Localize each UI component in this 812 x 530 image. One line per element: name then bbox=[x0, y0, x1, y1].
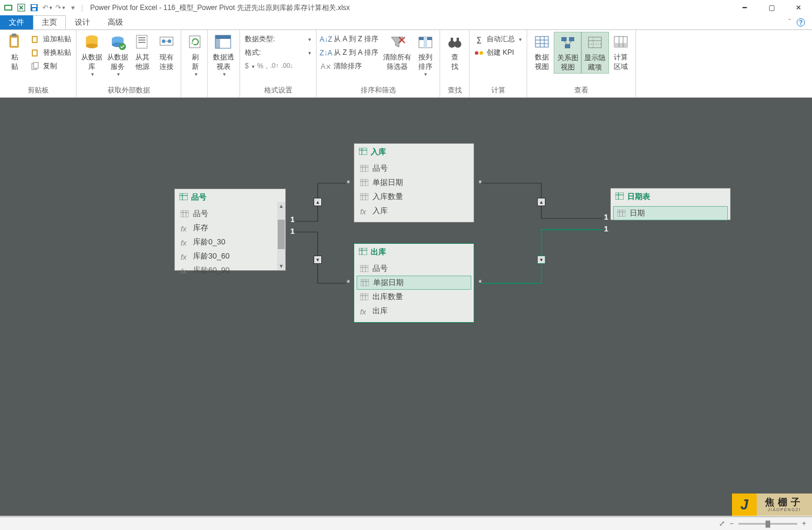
rel-one: 1 bbox=[603, 225, 610, 232]
rel-many: * bbox=[345, 279, 352, 286]
tab-home[interactable]: 主页 bbox=[33, 15, 66, 29]
brand-name-cn: 焦棚子 bbox=[765, 497, 804, 508]
field-ruku-pinhao[interactable]: 品号 bbox=[354, 161, 474, 175]
ribbon-tabs: 文件 主页 设计 高级 ˇ ? bbox=[0, 15, 812, 29]
decrease-decimal-icon[interactable]: .00↓ bbox=[281, 62, 294, 70]
field-kl030[interactable]: fx库龄0_30 bbox=[175, 235, 285, 249]
binoculars-icon bbox=[445, 33, 464, 52]
svg-rect-55 bbox=[588, 37, 601, 48]
node-scrollbar[interactable]: ▲ ▼ bbox=[277, 202, 285, 270]
group-calc-label: 计算 bbox=[472, 84, 524, 97]
table-node-ruku[interactable]: 入库 品号 单据日期 入库数量 fx入库 bbox=[354, 143, 474, 223]
group-getdata-label: 获取外部数据 bbox=[79, 84, 178, 97]
paste-append-button[interactable]: 追加粘贴 bbox=[28, 33, 74, 45]
format-dropdown[interactable]: 格式:▾ bbox=[242, 47, 314, 59]
svg-rect-14 bbox=[34, 62, 38, 68]
undo-icon[interactable]: ↶▾ bbox=[42, 3, 52, 12]
table-node-chuku[interactable]: 出库 品号 单据日期 出库数量 fx出库 bbox=[354, 243, 474, 323]
svg-rect-25 bbox=[138, 42, 145, 43]
clear-filter-icon bbox=[388, 33, 407, 52]
help-icon[interactable]: ? bbox=[797, 18, 805, 26]
scroll-up-icon[interactable]: ▲ bbox=[277, 202, 285, 210]
field-kl3060[interactable]: fx库龄30_60 bbox=[175, 249, 285, 263]
existing-conn-button[interactable]: 现有 连接 bbox=[155, 32, 178, 72]
data-type-dropdown[interactable]: 数据类型:▾ bbox=[242, 33, 314, 45]
show-hidden-button[interactable]: 显示隐 藏项 bbox=[581, 32, 609, 74]
sort-az-button[interactable]: A↓Z从 A 到 Z 排序 bbox=[319, 33, 381, 45]
pivot-table-button[interactable]: 数据透 视表⁠▾ bbox=[210, 32, 237, 80]
calc-area-button[interactable]: 计算 区域 bbox=[609, 32, 633, 72]
svg-rect-103 bbox=[617, 210, 625, 217]
kpi-icon bbox=[474, 48, 484, 58]
tab-advanced[interactable]: 高级 bbox=[99, 15, 132, 29]
copy-button[interactable]: 复制 bbox=[28, 60, 74, 72]
data-view-button[interactable]: 数据 视图 bbox=[530, 32, 554, 72]
maximize-button[interactable]: ▢ bbox=[758, 0, 785, 15]
measure-icon: fx bbox=[360, 307, 368, 314]
svg-rect-88 bbox=[360, 265, 368, 272]
tab-design[interactable]: 设计 bbox=[66, 15, 99, 29]
autosum-button[interactable]: ∑自动汇总⁠▾ bbox=[472, 33, 524, 45]
zoom-slider[interactable] bbox=[738, 523, 797, 525]
svg-rect-63 bbox=[179, 193, 188, 200]
redo-icon[interactable]: ↷▾ bbox=[55, 3, 65, 12]
clear-filter-button[interactable]: 清除所有 筛选器 bbox=[381, 32, 414, 72]
field-chuku-date[interactable]: 单据日期 bbox=[357, 276, 471, 290]
from-db-button[interactable]: 从数据 库⁠▾ bbox=[79, 32, 105, 80]
save-icon[interactable] bbox=[29, 3, 39, 12]
create-kpi-button[interactable]: 创建 KPI bbox=[472, 47, 524, 59]
field-pinhao[interactable]: 品号 bbox=[175, 207, 285, 221]
paste-replace-icon bbox=[31, 48, 40, 58]
sort-by-col-button[interactable]: 按列 排序⁠▾ bbox=[414, 32, 437, 80]
rel-arrow-icon: ▼ bbox=[314, 256, 322, 264]
refresh-button[interactable]: 刷 新⁠▾ bbox=[184, 32, 207, 80]
field-ruku-m[interactable]: fx入库 bbox=[354, 204, 474, 218]
svg-rect-8 bbox=[11, 38, 17, 46]
field-chuku-pinhao[interactable]: 品号 bbox=[354, 261, 474, 276]
diagram-view-button[interactable]: 关系图 视图 bbox=[554, 32, 581, 74]
fit-to-screen-icon[interactable]: ⤢ bbox=[719, 519, 725, 528]
percent-icon[interactable]: % bbox=[257, 62, 264, 70]
from-other-button[interactable]: 从其 他源 bbox=[131, 32, 154, 72]
from-service-button[interactable]: 从数据 服务⁠▾ bbox=[105, 32, 131, 80]
svg-rect-1 bbox=[5, 6, 11, 9]
qat-customize-icon[interactable]: ▾ bbox=[68, 3, 78, 12]
diagram-canvas[interactable]: 品号 品号 fx库存 fx库龄0_30 fx库龄30_60 fx库龄60_90 … bbox=[0, 98, 812, 516]
sort-za-button[interactable]: Z↓A从 Z 到 A 排序 bbox=[319, 47, 381, 59]
scroll-down-icon[interactable]: ▼ bbox=[277, 262, 285, 270]
svg-rect-50 bbox=[561, 37, 567, 41]
svg-rect-70 bbox=[359, 148, 367, 155]
field-chuku-m[interactable]: fx出库 bbox=[354, 304, 474, 318]
zoom-out-button[interactable]: − bbox=[730, 519, 734, 528]
measure-icon: fx bbox=[181, 224, 189, 231]
svg-rect-81 bbox=[360, 193, 368, 200]
zoom-in-button[interactable]: + bbox=[802, 519, 806, 528]
minimize-button[interactable]: ━ bbox=[731, 0, 758, 15]
rel-many: * bbox=[477, 279, 484, 286]
rel-many: * bbox=[345, 180, 352, 187]
field-kl6090[interactable]: fx库龄60_90 bbox=[175, 263, 285, 277]
currency-icon[interactable]: $ ▾ bbox=[245, 62, 255, 70]
ribbon: 粘 贴 追加粘贴 替换粘贴 复制 剪贴板 从数据 库⁠▾ 从数据 服务⁠▾ 从其… bbox=[0, 29, 812, 98]
field-chuku-qty[interactable]: 出库数量 bbox=[354, 290, 474, 304]
ribbon-collapse-icon[interactable]: ˇ bbox=[788, 18, 791, 26]
paste-replace-button[interactable]: 替换粘贴 bbox=[28, 47, 74, 59]
field-ruku-qty[interactable]: 入库数量 bbox=[354, 190, 474, 204]
table-node-riqi[interactable]: 日期表 日期 bbox=[610, 188, 731, 220]
tab-file[interactable]: 文件 bbox=[0, 15, 33, 29]
field-ruku-date[interactable]: 单据日期 bbox=[354, 175, 474, 190]
comma-icon[interactable]: , bbox=[266, 62, 268, 70]
column-icon bbox=[360, 179, 368, 186]
svg-rect-10 bbox=[33, 37, 36, 42]
paste-button[interactable]: 粘 贴 bbox=[2, 32, 27, 72]
table-node-pinhao[interactable]: 品号 品号 fx库存 fx库龄0_30 fx库龄30_60 fx库龄60_90 … bbox=[174, 188, 286, 271]
field-kucun[interactable]: fx库存 bbox=[175, 221, 285, 235]
svg-rect-60 bbox=[614, 43, 627, 47]
close-button[interactable]: ✕ bbox=[785, 0, 812, 15]
increase-decimal-icon[interactable]: .0↑ bbox=[270, 62, 279, 70]
field-riqi-date[interactable]: 日期 bbox=[613, 206, 728, 220]
scroll-thumb[interactable] bbox=[278, 220, 285, 249]
find-button[interactable]: 查 找 bbox=[442, 32, 467, 72]
group-view-label: 查看 bbox=[530, 84, 633, 97]
clear-sort-button[interactable]: A⨯清除排序 bbox=[319, 60, 381, 72]
